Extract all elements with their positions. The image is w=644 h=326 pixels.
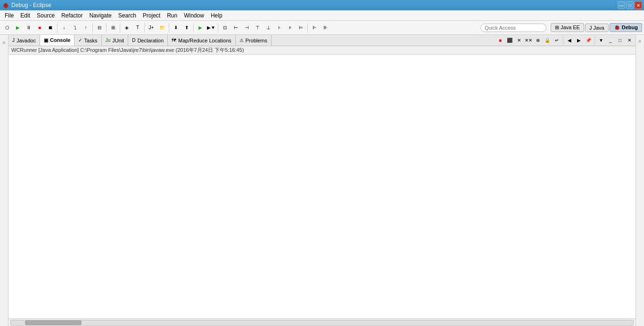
console-content[interactable] (8, 55, 636, 318)
run-button[interactable]: ▶ (195, 23, 206, 33)
step-return-button[interactable]: ↑ (81, 23, 91, 33)
menu-search[interactable]: Search (116, 11, 139, 20)
sidebar-label[interactable]: ≡ (1, 41, 7, 44)
step-into-button[interactable]: ↓ (59, 23, 69, 33)
console-remove-button[interactable]: ✕✕ (524, 36, 533, 45)
toolbar-sep-8 (218, 23, 218, 33)
tasks-icon: ✓ (78, 38, 82, 43)
ext4[interactable]: ⊤ (252, 23, 263, 33)
tab-javadoc[interactable]: J Javadoc (8, 35, 40, 46)
drop-to-frame-button[interactable]: ⊞ (108, 23, 118, 33)
console-word-wrap-button[interactable]: ↵ (553, 36, 561, 45)
console-icon: ▣ (44, 38, 48, 43)
tab-javadoc-label: Javadoc (17, 38, 36, 43)
editor-area: J Javadoc ▣ Console ✓ Tasks Ju JUnit D D… (8, 35, 636, 326)
view-menu-button[interactable]: ▼ (597, 36, 605, 45)
perspective-java-ee[interactable]: ⊞ Java EE (551, 23, 584, 32)
bottom-scrollbar[interactable] (8, 318, 636, 326)
menu-run[interactable]: Run (164, 11, 180, 20)
console-stop-button[interactable]: ■ (496, 36, 504, 45)
toolbar-sep-7 (193, 23, 194, 33)
tab-tasks-label: Tasks (84, 38, 97, 43)
tab-bar: J Javadoc ▣ Console ✓ Tasks Ju JUnit D D… (8, 35, 636, 46)
console-next-button[interactable]: ▶ (575, 36, 583, 45)
console-header: WCRunner [Java Application] C:\Program F… (8, 46, 636, 55)
title-bar: 🐞 Debug - Eclipse — □ ✕ (0, 0, 644, 10)
menu-bar: File Edit Source Refactor Navigate Searc… (0, 10, 644, 21)
javadoc-icon: J (12, 38, 15, 43)
tab-junit[interactable]: Ju JUnit (102, 35, 129, 46)
junit-icon: Ju (106, 38, 111, 43)
ext8[interactable]: ⊨ (296, 23, 306, 33)
use-step-filters-button[interactable]: ⊟ (94, 23, 105, 33)
ext6[interactable]: ⊦ (274, 23, 284, 33)
scrollbar-thumb[interactable] (25, 320, 82, 325)
left-sidebar: ≡ (0, 35, 8, 326)
main-area: ≡ J Javadoc ▣ Console ✓ Tasks Ju JUnit D (0, 35, 644, 326)
tab-console[interactable]: ▣ Console (40, 35, 74, 46)
minimize-view-button[interactable]: _ (606, 36, 615, 45)
ext5[interactable]: ⊥ (263, 23, 273, 33)
menu-edit[interactable]: Edit (17, 11, 33, 20)
console-terminate-all-button[interactable]: ⬛ (505, 36, 514, 45)
minimize-button[interactable]: — (618, 1, 625, 9)
ext9[interactable]: ⊩ (309, 23, 320, 33)
console-clear-button[interactable]: ⊗ (534, 36, 542, 45)
perspective-buttons: ⊞ Java EE J Java 🐞 Debug (551, 23, 642, 32)
disconnect-button[interactable]: ⏹ (45, 23, 56, 33)
menu-window[interactable]: Window (181, 11, 207, 20)
right-sidebar-icon[interactable]: ≡ (639, 39, 642, 44)
mapreduce-icon: 🗺 (172, 38, 176, 43)
ext10[interactable]: ⊪ (320, 23, 330, 33)
toolbar-sep-6 (169, 23, 169, 33)
close-view-button[interactable]: ✕ (625, 36, 634, 45)
title-bar-controls[interactable]: — □ ✕ (618, 1, 642, 9)
console-close-button[interactable]: ✕ (515, 36, 523, 45)
open-declarations-button[interactable]: ◈ (122, 23, 132, 33)
tab-sep (563, 36, 563, 45)
console-scroll-lock-button[interactable]: 🔒 (543, 36, 552, 45)
new-java-project-button[interactable]: J+ (146, 23, 157, 33)
tab-problems[interactable]: ⚠ Problems (236, 35, 272, 46)
maximize-button[interactable]: □ (626, 1, 634, 9)
open-types-button[interactable]: T (132, 23, 143, 33)
ext3[interactable]: ⊣ (241, 23, 252, 33)
menu-navigate[interactable]: Navigate (86, 11, 114, 20)
horizontal-scrollbar[interactable] (10, 320, 634, 326)
close-button[interactable]: ✕ (635, 1, 642, 9)
menu-file[interactable]: File (2, 11, 17, 20)
menu-source[interactable]: Source (34, 11, 58, 20)
prev-annotation-button[interactable]: ⬆ (182, 23, 192, 33)
toolbar-sep-3 (106, 23, 107, 33)
run-last-button[interactable]: ▶▼ (206, 23, 216, 33)
quick-access-input[interactable] (480, 24, 546, 32)
perspective-java[interactable]: J Java (585, 24, 609, 32)
tab-mapreduce[interactable]: 🗺 Map/Reduce Locations (168, 35, 236, 46)
ext7[interactable]: ⊧ (285, 23, 295, 33)
menu-refactor[interactable]: Refactor (58, 11, 85, 20)
ext2[interactable]: ⊢ (231, 23, 241, 33)
menu-project[interactable]: Project (140, 11, 163, 20)
tab-tasks[interactable]: ✓ Tasks (74, 35, 101, 46)
title-text: Debug - Eclipse (11, 2, 51, 8)
menu-help[interactable]: Help (208, 11, 225, 20)
suspend-button[interactable]: ⏸ (24, 23, 34, 33)
new-project-button[interactable]: 📁 (157, 23, 167, 33)
tab-declaration[interactable]: D Declaration (128, 35, 168, 46)
next-annotation-button[interactable]: ⬇ (171, 23, 181, 33)
perspective-debug[interactable]: 🐞 Debug (610, 23, 642, 32)
tab-declaration-label: Declaration (137, 38, 164, 43)
tab-mapreduce-label: Map/Reduce Locations (178, 38, 231, 43)
ext1[interactable]: ⊡ (220, 23, 230, 33)
console-previous-button[interactable]: ◀ (565, 36, 574, 45)
right-sidebar: ≡ (636, 35, 644, 326)
quick-access (480, 24, 546, 32)
console-pin-button[interactable]: 📌 (584, 36, 593, 45)
skip-all-breakpoints-button[interactable]: ⬡ (2, 23, 12, 33)
resume-button[interactable]: ▶ (13, 23, 23, 33)
toolbar-sep-9 (307, 23, 308, 33)
step-over-button[interactable]: ⤵ (70, 23, 80, 33)
tab-console-label: Console (50, 37, 70, 43)
terminate-button[interactable]: ■ (34, 23, 45, 33)
maximize-view-button[interactable]: □ (616, 36, 624, 45)
